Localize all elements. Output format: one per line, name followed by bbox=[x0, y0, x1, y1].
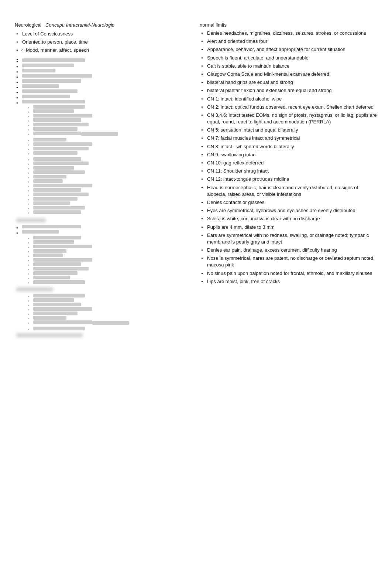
neurological-label: Neurological bbox=[15, 22, 41, 28]
right-item-1: Alert and oriented times four bbox=[200, 38, 377, 45]
right-item-16: CN 11: Shoulder shrug intact bbox=[200, 168, 377, 174]
right-item-24: Denies ear pain, drainage, excess cerume… bbox=[200, 247, 377, 254]
blurred-sub3-3 bbox=[15, 245, 189, 248]
blurred-item-5 bbox=[15, 79, 189, 83]
right-item-18: Head is normocephalic, hair is clean and… bbox=[200, 184, 377, 198]
blurred-sub2-2 bbox=[15, 161, 189, 165]
right-item-6: bilateral hand grips are equal and stron… bbox=[200, 79, 377, 86]
blurred-sub2-10 bbox=[15, 197, 189, 201]
right-item-4: Gait is stable, able to maintain balance bbox=[200, 63, 377, 69]
right-item-10: CN 3,4,6: intact tested EOMs, no sign of… bbox=[200, 112, 377, 125]
blurred-sub4-4 bbox=[15, 307, 189, 311]
right-item-2: Appearance, behavior, and affect appropr… bbox=[200, 46, 377, 53]
blurred-sub4-8 bbox=[15, 327, 189, 330]
blurred-sub2-1 bbox=[15, 157, 189, 161]
blurred-sub2-8 bbox=[15, 188, 189, 192]
blurred-sub3-10 bbox=[15, 276, 189, 279]
blurred-sub-10 bbox=[15, 147, 189, 150]
blurred-section3-list bbox=[15, 294, 189, 330]
right-item-11: CN 5: sensation intact and equal bilater… bbox=[200, 127, 377, 133]
blurred-sub-group-2 bbox=[15, 157, 189, 214]
blurred-sub4-7 bbox=[15, 320, 189, 326]
blurred-sub-2 bbox=[15, 109, 189, 113]
blurred-sub3-8 bbox=[15, 267, 189, 271]
section2-header bbox=[15, 218, 189, 223]
right-item-8: CN 1: intact; identified alcohol wipe bbox=[200, 96, 377, 102]
right-item-13: CN 8: intact - whispered words bilateral… bbox=[200, 143, 377, 150]
bottom-blurred-line bbox=[15, 333, 189, 338]
blurred-sub4-1 bbox=[15, 294, 189, 297]
list-item-loc: Level of Consciousness bbox=[15, 31, 189, 37]
blurred-sub-6 bbox=[15, 127, 189, 131]
right-item-5: Glasgow Coma Scale and Mini-mental exam … bbox=[200, 71, 377, 78]
right-item-14: CN 9: swallowing intact bbox=[200, 152, 377, 158]
blurred-section2-list bbox=[15, 225, 189, 234]
right-item-0: Denies headaches, migraines, dizziness, … bbox=[200, 30, 377, 37]
section-header: Neurological Concept: Intracranial-Neuro… bbox=[15, 22, 189, 28]
blurred-item-8 bbox=[15, 95, 189, 98]
right-item-3: Speech is fluent, articulate, and unders… bbox=[200, 55, 377, 61]
blurred-item-9 bbox=[15, 100, 189, 103]
blurred-item-1 bbox=[15, 58, 189, 62]
blurred-sub2-13 bbox=[15, 210, 189, 214]
left-main-list: Level of Consciousness Oriented to perso… bbox=[15, 31, 189, 103]
blurred-item-6 bbox=[15, 84, 189, 88]
blurred-sub-11 bbox=[15, 151, 189, 155]
blurred-sub3-4 bbox=[15, 249, 189, 253]
right-top-text: normal limits bbox=[200, 22, 377, 28]
left-column: Neurological Concept: Intracranial-Neuro… bbox=[15, 22, 196, 338]
blurred-sub2-3 bbox=[15, 166, 189, 170]
section3-header bbox=[15, 287, 189, 292]
s2-item-1 bbox=[15, 225, 189, 228]
blurred-sub2-11 bbox=[15, 201, 189, 205]
blurred-sub-3 bbox=[15, 114, 189, 118]
blurred-sub3-1 bbox=[15, 236, 189, 239]
right-item-17: CN 12: intact-tongue protrudes midline bbox=[200, 176, 377, 183]
right-item-20: Eyes are symmetrical, eyebrows and eyela… bbox=[200, 207, 377, 214]
blurred-sub-1 bbox=[15, 105, 189, 109]
blurred-sub3-7 bbox=[15, 262, 189, 266]
blurred-sub3-2 bbox=[15, 240, 189, 244]
blurred-sub4-2 bbox=[15, 298, 189, 302]
blurred-sub3-9 bbox=[15, 271, 189, 275]
blurred-sub2-4 bbox=[15, 170, 189, 174]
blurred-item-3 bbox=[15, 69, 189, 72]
right-item-19: Denies contacts or glasses bbox=[200, 199, 377, 206]
page-content: Neurological Concept: Intracranial-Neuro… bbox=[15, 22, 377, 338]
right-main-list: Denies headaches, migraines, dizziness, … bbox=[200, 30, 377, 285]
blurred-sub4-3 bbox=[15, 303, 189, 306]
blurred-sub-8 bbox=[15, 138, 189, 142]
right-item-21: Sclera is white, conjunctiva is clear wi… bbox=[200, 215, 377, 222]
blurred-sub2-9 bbox=[15, 193, 189, 196]
right-item-25: Nose is symmetrical, nares are patent, n… bbox=[200, 255, 377, 268]
right-item-9: CN 2: intact; optical fundus observed, r… bbox=[200, 104, 377, 110]
right-item-12: CN 7: facial muscles intact and symmetri… bbox=[200, 135, 377, 142]
blurred-sub-9 bbox=[15, 142, 189, 146]
right-item-23: Ears are symmetrical with no redness, sw… bbox=[200, 232, 377, 245]
blurred-sub2-12 bbox=[15, 206, 189, 210]
blurred-sub-4 bbox=[15, 118, 189, 122]
blurred-item-4 bbox=[15, 74, 189, 78]
blurred-sub4-6 bbox=[15, 316, 189, 320]
right-item-22: Pupils are 4 mm, dilate to 3 mm bbox=[200, 224, 377, 231]
right-item-7: bilateral plantar flexion and extension … bbox=[200, 87, 377, 94]
blurred-sub3-5 bbox=[15, 254, 189, 257]
blurred-sub4-5 bbox=[15, 312, 189, 315]
blurred-sub2-5 bbox=[15, 175, 189, 178]
sub-item-mood: Mood, manner, affect, speech bbox=[15, 47, 89, 54]
right-item-26: No sinus pain upon palpation noted for f… bbox=[200, 270, 377, 277]
blurred-sub-7 bbox=[15, 132, 189, 137]
right-item-27: Lips are moist, pink, free of cracks bbox=[200, 278, 377, 285]
s2-item-2 bbox=[15, 230, 189, 234]
blurred-sub-5 bbox=[15, 123, 189, 126]
blurred-sub3-6 bbox=[15, 258, 189, 262]
sub-list: Mood, manner, affect, speech bbox=[15, 47, 89, 54]
blurred-sub2-6 bbox=[15, 179, 189, 183]
list-item-oriented: Oriented to person, place, time bbox=[15, 39, 189, 45]
blurred-item-2 bbox=[15, 64, 189, 67]
list-item-sub-container: Mood, manner, affect, speech bbox=[15, 47, 189, 54]
right-column: normal limits Denies headaches, migraine… bbox=[196, 22, 377, 338]
blurred-item-7 bbox=[15, 89, 189, 93]
blurred-sub2-7 bbox=[15, 184, 189, 187]
blurred-sub3-11 bbox=[15, 280, 189, 284]
